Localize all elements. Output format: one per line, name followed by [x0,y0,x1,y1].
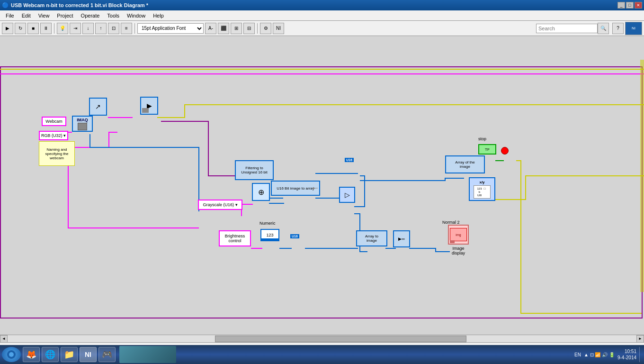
highlight-button[interactable]: 💡 [57,23,68,34]
show-desktop[interactable] [639,347,642,362]
filter-label: Filtering toUnsigned 16 bit [241,166,268,174]
title-bar: 🔵 USB Webcam n-bit to corrected 1 bit.vi… [0,0,644,10]
menu-view[interactable]: View [35,12,54,19]
labview-taskbar-btn[interactable]: NI [80,347,97,362]
convert-block-2[interactable]: ▶═ [393,230,410,247]
toolbar: ▶ ↻ ■ ⏸ 💡 ⇥ ↓ ↑ ⊡ ≡ 15pt Application Fon… [0,21,644,36]
search-input[interactable] [536,24,598,33]
language-indicator: EN [574,352,581,357]
firefox-taskbar-btn[interactable]: 🦊 [23,347,40,362]
menu-bar: File Edit View Project Operate Tools Win… [0,10,644,21]
u16-array-label: U16 Bit image to array [277,186,314,191]
u16-array-block[interactable]: U16 Bit image to array ▶═ [271,181,320,196]
array-to-image-label: Array toimage [365,234,378,243]
compare-block[interactable]: ▷ [339,187,355,203]
toolbar-sep-2 [134,23,135,34]
toolbar-sep-3 [257,23,258,34]
array-to-image-block[interactable]: Array toimage [356,230,387,246]
filter-block[interactable]: Filtering toUnsigned 16 bit [235,160,274,180]
step-over-button[interactable]: ⇥ [70,23,81,34]
brightness-label: Brightnesscontrol [225,234,245,243]
explorer-taskbar-btn[interactable]: 📁 [61,347,78,362]
start-button[interactable] [2,347,21,362]
run-continuously-button[interactable]: ↻ [15,23,26,34]
stop-label: stop [478,136,486,141]
search-area: 🔍 [536,23,609,34]
xy-block[interactable]: x/y 123□ b Ul8 [469,177,495,201]
font-size-down[interactable]: A- [205,23,216,34]
imaq-block[interactable]: IMAQ [72,116,93,132]
add-icon: ⊕ [258,188,264,197]
abort-button[interactable]: ■ [27,23,39,34]
ni-btn[interactable]: NI [273,23,284,34]
horizontal-scrollbar[interactable]: ◄ ► [0,335,644,342]
compare-icon: ▷ [345,191,350,199]
labview-logo: NI [625,22,642,35]
search-button[interactable]: 🔍 [598,23,609,34]
add-block[interactable]: ⊕ [252,183,270,201]
naming-text: Naming andspecifying thewebcam [45,147,69,160]
stop-button[interactable]: TF [478,144,496,155]
help-button[interactable]: ? [612,23,624,34]
play-block[interactable]: ▶ [140,97,158,115]
u16-indicator-top: U16 [345,158,354,162]
cleanup-button[interactable]: ≡ [121,23,132,34]
close-button[interactable]: ✕ [635,2,642,9]
retain-button[interactable]: ⊡ [108,23,119,34]
svg-point-13 [9,352,14,357]
distribute-button[interactable]: ⊞ [231,23,242,34]
window-title: USB Webcam n-bit to corrected 1 bit.vi B… [11,2,148,8]
menu-operate[interactable]: Operate [77,12,104,19]
extra-btn[interactable]: ⚙ [260,23,271,34]
taskbar-photo [119,346,176,363]
convert2-icon: ▶═ [398,237,404,241]
menu-help[interactable]: Help [149,12,168,19]
font-selector[interactable]: 15pt Application Font [137,23,204,34]
clock-time: 10:51 [617,348,636,355]
wiring-canvas [0,36,644,335]
numeric-indicator[interactable]: 123 [260,229,279,241]
chrome-taskbar-btn[interactable]: 🌐 [42,347,59,362]
image-display-block[interactable]: img [448,225,469,245]
menu-edit[interactable]: Edit [18,12,35,19]
menu-project[interactable]: Project [53,12,77,19]
taskbar: 🦊 🌐 📁 NI 🎮 EN ▲ ⊡ 📶 🔊 🔋 10:51 9-4-2014 [0,345,644,364]
menu-file[interactable]: File [2,12,18,19]
move-block[interactable]: ↗ [89,98,107,116]
numeric-label: Numeric [259,221,276,226]
maximize-button[interactable]: □ [626,2,634,9]
tray-icons: ▲ ⊡ 📶 🔊 🔋 [584,352,615,357]
canvas-area[interactable]: Webcam IMAQ RGB (U32) ▾ Naming andspecif… [0,36,644,335]
reorder-button[interactable]: ⊟ [243,23,255,34]
app-icon: 🔵 [2,2,9,9]
step-out-button[interactable]: ↑ [95,23,107,34]
pause-button[interactable]: ⏸ [40,23,52,34]
stop-indicator [501,147,509,155]
scroll-right[interactable]: ► [636,335,644,343]
step-into-button[interactable]: ↓ [82,23,94,34]
normal2-label: Normal 2 [442,220,460,225]
rgb-control[interactable]: RGB (U32) ▾ [39,131,68,140]
rgb-label: RGB (U32) ▾ [41,133,66,138]
menu-tools[interactable]: Tools [103,12,123,19]
scroll-left[interactable]: ◄ [0,335,8,343]
menu-window[interactable]: Window [123,12,149,19]
brightness-control[interactable]: Brightnesscontrol [219,230,251,246]
u16-indicator-bottom: U16 [290,234,299,238]
webcam-label: Webcam [45,119,62,124]
run-button[interactable]: ▶ [2,23,13,34]
imaq-label: IMAQ [77,118,88,122]
steam-taskbar-btn[interactable]: 🎮 [98,347,116,362]
taskbar-clock: 10:51 9-4-2014 [617,348,636,361]
webcam-control[interactable]: Webcam [42,117,66,126]
minimize-button[interactable]: _ [617,2,625,9]
grayscale-label: Grayscale (U16) ▾ [203,202,237,207]
system-tray: EN ▲ ⊡ 📶 🔊 🔋 10:51 9-4-2014 [574,347,642,362]
grayscale-control[interactable]: Grayscale (U16) ▾ [198,200,242,210]
naming-block: Naming andspecifying thewebcam [39,141,75,166]
align-button[interactable]: ⬛ [218,23,229,34]
array-image-label: Array of theimage [455,160,474,169]
move-icon: ↗ [95,103,101,110]
numeric-value: 123 [266,233,273,237]
array-image-block[interactable]: Array of theimage [445,155,485,173]
